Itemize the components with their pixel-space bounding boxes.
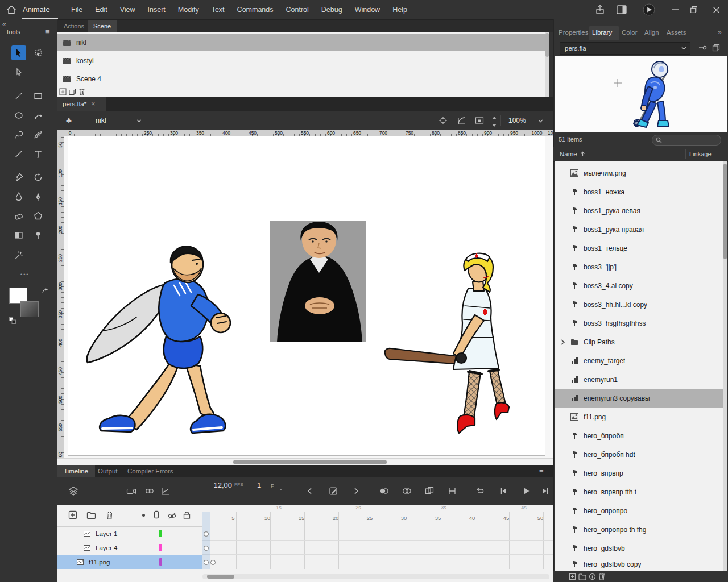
library-item[interactable]: boss1_ножка — [555, 182, 723, 201]
duplicate-scene-icon[interactable] — [69, 88, 76, 95]
menu-edit[interactable]: Edit — [89, 1, 114, 19]
step-back-icon[interactable] — [305, 486, 315, 496]
rotation-tool[interactable] — [31, 170, 46, 185]
restore-button[interactable] — [684, 0, 704, 19]
tab-actions[interactable]: Actions — [58, 20, 90, 32]
rotation-angle-icon[interactable] — [456, 115, 466, 126]
eraser-tool[interactable] — [11, 209, 26, 223]
tools-overflow-icon[interactable]: ••• — [20, 272, 29, 277]
new-layer-icon[interactable] — [68, 510, 77, 519]
clip-content-icon[interactable] — [474, 115, 485, 126]
rectangle-tool[interactable] — [31, 89, 46, 103]
modify-markers-icon[interactable] — [447, 486, 457, 496]
collapse-panel-icon[interactable]: « — [2, 20, 6, 28]
column-header-linkage[interactable]: Linkage — [689, 147, 712, 161]
menu-help[interactable]: Help — [386, 1, 413, 19]
loop-icon[interactable] — [475, 486, 485, 496]
library-item[interactable]: hero_gdsfbvb copy — [555, 558, 723, 571]
column-header-name[interactable]: Name — [560, 147, 577, 161]
current-frame-value[interactable]: 1 — [257, 481, 261, 489]
library-item[interactable]: enemy_target — [555, 351, 723, 370]
menu-control[interactable]: Control — [280, 1, 315, 19]
stage-character-hero-runner[interactable] — [80, 240, 233, 447]
document-tab[interactable]: pers.fla* × — [57, 97, 106, 111]
layer-color-chip[interactable] — [159, 558, 162, 566]
column-divider[interactable] — [685, 149, 686, 159]
tab-timeline[interactable]: Timeline — [57, 465, 95, 477]
layer-row-layer-4[interactable]: Layer 4 — [57, 541, 202, 555]
polystar-tool[interactable] — [31, 209, 46, 223]
highlight-all-dot-icon[interactable] — [142, 514, 145, 517]
empty-keyframe-indicator[interactable] — [210, 560, 216, 565]
library-item-selected[interactable]: enemyrun3 сорувавы — [555, 389, 723, 408]
layer-depth-icon[interactable] — [160, 486, 171, 496]
magic-wand-tool[interactable] — [11, 248, 26, 263]
zoom-dropdown-icon[interactable] — [538, 119, 543, 123]
timeline-frames-area[interactable] — [202, 505, 553, 569]
empty-keyframe-indicator[interactable] — [204, 531, 209, 537]
scene-scrollbar[interactable] — [545, 32, 549, 97]
new-folder-icon[interactable] — [86, 512, 96, 519]
line-tool[interactable] — [11, 147, 26, 161]
width-tool[interactable] — [31, 127, 46, 142]
delete-layer-icon[interactable] — [106, 511, 113, 519]
bone-tool[interactable] — [31, 108, 46, 123]
library-item[interactable]: hero_опропро — [555, 501, 723, 520]
edit-target-dropdown-icon[interactable] — [136, 119, 142, 123]
tab-assets[interactable]: Assets — [667, 25, 686, 40]
timeline-panel-menu-icon[interactable]: ≡ — [539, 466, 544, 475]
timeline-hscrollbar[interactable] — [202, 574, 549, 579]
camera-icon[interactable] — [126, 486, 136, 496]
tools-panel-menu-icon[interactable]: ≡ — [46, 27, 50, 36]
layer-row-f11-png[interactable]: f11.png — [57, 555, 202, 569]
onion-skin-outlines-icon[interactable] — [402, 486, 412, 496]
pin-library-icon[interactable] — [698, 45, 707, 51]
text-tool[interactable] — [31, 147, 46, 161]
library-item[interactable]: мылечим.png — [555, 164, 723, 182]
library-item[interactable]: enemyrun1 — [555, 370, 723, 389]
fluid-brush-tool[interactable] — [11, 189, 26, 204]
stage-character-nurse[interactable] — [378, 251, 515, 439]
scene-item-kostyl[interactable]: kostyl — [57, 52, 545, 69]
library-item[interactable]: hero_бпробп — [555, 426, 723, 445]
pen-tool[interactable] — [31, 189, 46, 204]
layer-color-chip[interactable] — [159, 530, 162, 537]
layer-color-chip[interactable] — [159, 544, 162, 551]
library-item[interactable]: hero_gdsfbvb — [555, 539, 723, 558]
empty-keyframe-indicator[interactable] — [204, 560, 209, 565]
home-icon[interactable] — [6, 4, 17, 15]
layer-row-layer-1[interactable]: Layer 1 — [57, 526, 202, 541]
default-colors-icon[interactable] — [9, 317, 16, 324]
next-frame-icon[interactable] — [540, 486, 551, 496]
menu-window[interactable]: Window — [349, 1, 386, 19]
zoom-level-value[interactable]: 100% — [508, 111, 526, 130]
panels-toggle-icon[interactable] — [617, 5, 627, 14]
tab-library[interactable]: Library — [592, 25, 612, 40]
menu-commands[interactable]: Commands — [231, 1, 280, 19]
menu-file[interactable]: File — [65, 1, 89, 19]
scene-item-scene-4[interactable]: Scene 4 — [57, 70, 545, 88]
new-symbol-icon[interactable] — [569, 573, 576, 580]
library-item[interactable]: hero_бпробп hdt — [555, 445, 723, 464]
menu-insert[interactable]: Insert — [142, 1, 172, 19]
menu-text[interactable]: Text — [205, 1, 231, 19]
paint-bucket-tool[interactable] — [11, 170, 26, 185]
play-icon[interactable] — [521, 486, 531, 496]
menu-modify[interactable]: Modify — [172, 1, 205, 19]
tab-output[interactable]: Output — [91, 465, 125, 477]
library-item[interactable]: boss3_hsgfhsgfhhss — [555, 314, 723, 332]
insert-keyframe-icon[interactable] — [328, 486, 338, 496]
subselection-tool[interactable] — [11, 65, 26, 80]
tab-align[interactable]: Align — [644, 25, 659, 40]
library-item[interactable]: f11.png — [555, 408, 723, 426]
minimize-button[interactable] — [665, 0, 685, 19]
prev-frame-icon[interactable] — [498, 486, 508, 496]
empty-keyframe-indicator[interactable] — [204, 546, 209, 551]
expand-panel-icon[interactable]: » — [718, 25, 722, 40]
show-hide-all-eye-icon[interactable] — [167, 512, 177, 519]
library-scrollbar[interactable] — [723, 161, 727, 571]
brush-tool[interactable] — [11, 89, 26, 103]
fps-value[interactable]: 12,00 — [200, 481, 232, 489]
library-item-folder[interactable]: Clip Paths — [555, 332, 723, 351]
share-icon[interactable] — [595, 5, 605, 15]
